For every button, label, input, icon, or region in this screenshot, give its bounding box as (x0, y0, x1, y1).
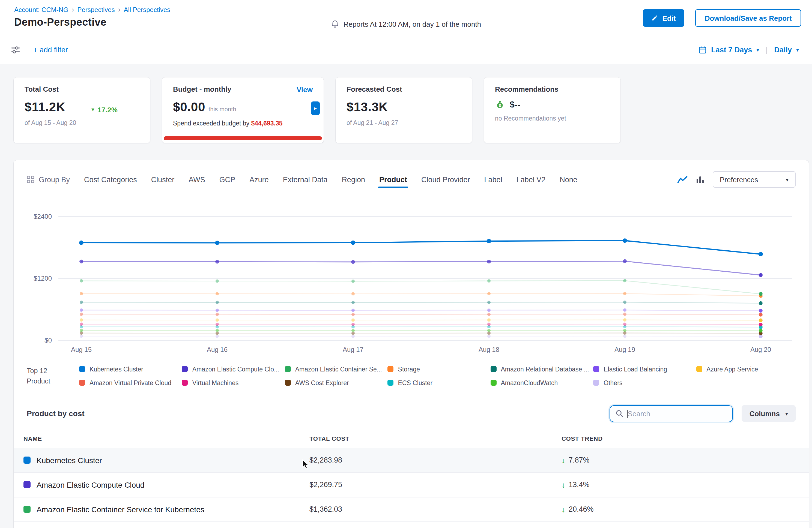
row-total-cost: $2,269.75 (309, 481, 562, 489)
chevron-down-icon[interactable]: ▾ (756, 47, 759, 53)
tab-cluster[interactable]: Cluster (151, 175, 175, 184)
edit-button-label: Edit (663, 14, 676, 22)
legend-item[interactable]: Others (593, 379, 693, 387)
legend-swatch (490, 380, 496, 386)
budget-expand-button[interactable]: ▶ (311, 101, 320, 115)
legend-item[interactable]: AWS Cost Explorer (285, 379, 385, 387)
legend-item[interactable]: Kubernetes Cluster (79, 365, 179, 373)
tab-product[interactable]: Product (379, 175, 407, 184)
columns-button[interactable]: Columns ▾ (742, 405, 796, 422)
table-row[interactable]: Kubernetes Cluster$2,283.98↓7.87% (14, 448, 809, 473)
chevron-down-icon[interactable]: ▾ (796, 47, 799, 53)
group-by-tabs: Cost CategoriesClusterAWSGCPAzureExterna… (84, 175, 577, 184)
total-cost-title: Total Cost (25, 85, 139, 93)
search-box (610, 405, 733, 422)
row-cost-trend: ↓20.46% (562, 505, 809, 514)
budget-card: Budget - monthly View $0.00 this month S… (162, 77, 323, 143)
date-range-selector[interactable]: Last 7 Days (711, 46, 752, 54)
legend-item[interactable]: AmazonCloudWatch (490, 379, 590, 387)
legend-label: AWS Cost Explorer (295, 379, 349, 386)
legend-item[interactable]: Amazon Elastic Container Se... (285, 365, 385, 373)
breadcrumb-account-link[interactable]: Account: CCM-NG (14, 6, 69, 13)
bar-chart-icon[interactable] (696, 176, 704, 183)
edit-button[interactable]: Edit (643, 9, 685, 27)
budget-view-link[interactable]: View (296, 86, 313, 94)
arrow-down-icon: ↓ (562, 505, 565, 514)
tab-label-v2[interactable]: Label V2 (517, 175, 546, 184)
forecasted-cost-card: Forecasted Cost $13.3K of Aug 21 - Aug 2… (336, 77, 472, 143)
column-header-cost-trend[interactable]: COST TREND (562, 435, 809, 442)
svg-text:Aug 15: Aug 15 (71, 346, 92, 353)
tab-azure[interactable]: Azure (249, 175, 269, 184)
legend-swatch (593, 366, 599, 372)
granularity-selector[interactable]: Daily (774, 46, 792, 54)
legend-label: Amazon Relational Database ... (501, 366, 589, 372)
report-schedule: Reports At 12:00 AM, on day 1 of the mon… (331, 20, 481, 28)
recommendations-title: Recommendations (495, 85, 610, 93)
row-name: Amazon Elastic Compute Cloud (37, 480, 144, 489)
legend-label: AmazonCloudWatch (501, 379, 558, 386)
legend-item[interactable]: Amazon Virtual Private Cloud (79, 379, 179, 387)
legend-label: Others (604, 379, 622, 386)
legend-label: Amazon Virtual Private Cloud (89, 379, 171, 386)
bell-icon (331, 20, 339, 28)
column-header-total-cost[interactable]: TOTAL COST (309, 435, 562, 442)
column-header-name[interactable]: NAME (24, 435, 309, 442)
row-cost-trend: ↓13.4% (562, 480, 809, 489)
table-row[interactable]: Amazon Elastic Container Service for Kub… (14, 497, 809, 522)
recommendations-value: $-- (510, 100, 520, 109)
filter-settings-icon[interactable] (8, 42, 24, 58)
legend-label: Elastic Load Balancing (604, 366, 667, 372)
tab-gcp[interactable]: GCP (219, 175, 235, 184)
preferences-button[interactable]: Preferences ▾ (713, 171, 796, 188)
legend-items: Kubernetes ClusterAmazon Elastic Compute… (79, 365, 796, 386)
tab-region[interactable]: Region (342, 175, 365, 184)
legend-item[interactable]: Elastic Load Balancing (593, 365, 693, 373)
legend-label: Storage (398, 366, 420, 372)
triangle-down-icon: ▼ (90, 107, 95, 112)
add-filter-button[interactable]: + add filter (33, 46, 68, 54)
table-row[interactable]: Amazon Elastic Compute Cloud$2,269.75↓13… (14, 473, 809, 497)
search-input[interactable] (628, 409, 727, 417)
row-name: Kubernetes Cluster (37, 456, 102, 465)
row-color-swatch (24, 481, 31, 488)
legend-item[interactable]: ECS Cluster (388, 379, 487, 387)
legend-item[interactable]: Amazon Relational Database ... (490, 365, 590, 373)
legend-label: Kubernetes Cluster (89, 366, 143, 372)
report-schedule-text: Reports At 12:00 AM, on day 1 of the mon… (344, 20, 481, 28)
table-section-title: Product by cost (27, 409, 85, 418)
text-cursor (627, 409, 628, 418)
legend-label: Azure App Service (707, 366, 758, 372)
legend-swatch (79, 366, 85, 372)
svg-text:$: $ (499, 103, 501, 108)
row-name: Amazon Elastic Container Service for Kub… (37, 505, 204, 514)
tab-cloud-provider[interactable]: Cloud Provider (421, 175, 470, 184)
download-save-report-button[interactable]: Download/Save as Report (696, 9, 801, 27)
tab-external-data[interactable]: External Data (283, 175, 328, 184)
tab-none[interactable]: None (560, 175, 577, 184)
legend-item[interactable]: Storage (388, 365, 487, 373)
legend-item[interactable]: Virtual Machines (182, 379, 281, 387)
group-by-label: Group By (27, 175, 70, 184)
line-chart-icon[interactable] (677, 175, 687, 184)
tab-label[interactable]: Label (484, 175, 502, 184)
arrow-down-icon: ↓ (562, 456, 565, 465)
breadcrumb-all-perspectives-link[interactable]: All Perspectives (124, 6, 171, 13)
svg-text:Aug 20: Aug 20 (750, 346, 771, 353)
cost-trend-chart[interactable]: $0$1200$2400Aug 15Aug 16Aug 17Aug 18Aug … (14, 188, 809, 354)
tab-cost-categories[interactable]: Cost Categories (84, 175, 137, 184)
recommendations-subtitle: no Recommendations yet (495, 115, 610, 122)
download-button-label: Download/Save as Report (705, 14, 792, 22)
row-cost-trend: ↓7.87% (562, 456, 809, 465)
legend-swatch (285, 366, 291, 372)
legend-label: Amazon Elastic Container Se... (295, 366, 382, 372)
legend-item[interactable]: Azure App Service (696, 365, 796, 373)
budget-value: $0.00 (173, 100, 205, 115)
divider: | (766, 46, 768, 54)
perspective-content: Total Cost $11.2K ▼ 17.2% of Aug 15 - Au… (0, 77, 812, 528)
breadcrumb-perspectives-link[interactable]: Perspectives (77, 6, 115, 13)
svg-text:$2400: $2400 (33, 213, 52, 220)
legend-item[interactable]: Amazon Elastic Compute Clo... (182, 365, 281, 373)
tab-aws[interactable]: AWS (189, 175, 205, 184)
legend-swatch (182, 380, 188, 386)
